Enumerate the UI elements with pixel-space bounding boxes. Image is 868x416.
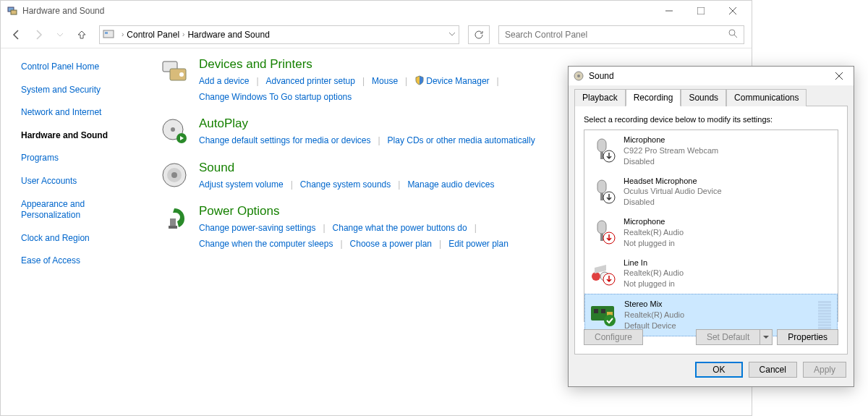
back-button[interactable] (8, 26, 25, 43)
nav-bar: › Control Panel › Hardware and Sound (1, 21, 752, 48)
device-status: Not plugged in (624, 279, 684, 289)
device-name: Stereo Mix (624, 299, 684, 310)
category-link[interactable]: Device Manager (426, 76, 489, 86)
breadcrumb-item-1[interactable]: Hardware and Sound (187, 30, 269, 40)
close-button[interactable] (717, 1, 749, 21)
sidebar-item-0[interactable]: System and Security (21, 85, 145, 96)
device-item-3[interactable]: Line InRealtek(R) AudioNot plugged in (584, 253, 838, 294)
set-default-button[interactable]: Set Default (696, 329, 760, 345)
svg-rect-7 (105, 32, 108, 34)
device-item-2[interactable]: MicrophoneRealtek(R) AudioNot plugged in (584, 212, 838, 253)
category-title[interactable]: Devices and Printers (199, 57, 590, 72)
tab-recording[interactable]: Recording (626, 89, 681, 106)
svg-point-34 (592, 272, 600, 281)
refresh-button[interactable] (468, 25, 490, 44)
category-title[interactable]: AutoPlay (199, 116, 535, 131)
cancel-button[interactable]: Cancel (749, 362, 797, 378)
device-icon (587, 216, 616, 245)
svg-rect-1 (11, 10, 17, 14)
category-link[interactable]: Manage audio devices (407, 179, 494, 190)
sound-dialog-close[interactable] (829, 67, 849, 85)
device-list[interactable]: MicrophoneC922 Pro Stream WebcamDisabled… (584, 130, 838, 322)
breadcrumb-item-0[interactable]: Control Panel (127, 30, 179, 40)
category-icon (160, 204, 189, 233)
category-link[interactable]: Change Windows To Go startup options (199, 92, 352, 102)
category-link[interactable]: Change system sounds (300, 179, 391, 190)
tab-communications[interactable]: Communications (726, 89, 807, 106)
recording-panel: Select a recording device below to modif… (574, 106, 848, 355)
set-default-dropdown[interactable] (760, 329, 773, 345)
svg-point-41 (604, 315, 616, 326)
device-name: Line In (624, 258, 684, 268)
apply-button[interactable]: Apply (803, 362, 846, 378)
svg-rect-25 (597, 139, 606, 152)
category-link[interactable]: Choose a power plan (350, 239, 432, 249)
category-link[interactable]: Change power-saving settings (199, 223, 315, 233)
category-link[interactable]: Change what the power buttons do (333, 223, 467, 233)
sidebar-item-7[interactable]: Ease of Access (21, 255, 145, 267)
category-link[interactable]: Mouse (372, 76, 398, 86)
window-title: Hardware and Sound (22, 6, 104, 16)
device-name: Microphone (624, 135, 718, 145)
set-default-split[interactable]: Set Default (696, 329, 773, 345)
up-button[interactable] (73, 26, 90, 43)
properties-button[interactable]: Properties (777, 329, 838, 345)
device-status: Not plugged in (624, 238, 684, 249)
category-link[interactable]: Change default settings for media or dev… (199, 135, 370, 145)
device-subtitle: Realtek(R) Audio (624, 310, 684, 321)
configure-button[interactable]: Configure (584, 329, 643, 345)
sidebar-item-4[interactable]: User Accounts (21, 176, 145, 187)
svg-point-12 (179, 72, 184, 77)
sidebar-item-1[interactable]: Network and Internet (21, 107, 145, 119)
sound-dialog-titlebar: Sound (569, 67, 854, 85)
sidebar-item-2[interactable]: Hardware and Sound (21, 130, 145, 142)
search-box[interactable] (498, 25, 744, 44)
sidebar-item-5[interactable]: Appearance and Personalization (21, 199, 145, 221)
category-link[interactable]: Advanced printer setup (266, 76, 355, 86)
device-item-1[interactable]: Headset MicrophoneOculus Virtual Audio D… (584, 171, 838, 213)
device-icon (588, 299, 617, 328)
device-icon (587, 258, 616, 286)
device-item-0[interactable]: MicrophoneC922 Pro Stream WebcamDisabled (584, 130, 838, 171)
device-subtitle: Realtek(R) Audio (624, 268, 684, 279)
svg-rect-39 (601, 309, 605, 313)
category-link[interactable]: Adjust system volume (199, 179, 284, 190)
category-link[interactable]: Change when the computer sleeps (199, 239, 333, 249)
recent-dropdown[interactable] (51, 26, 69, 43)
tab-sounds[interactable]: Sounds (681, 89, 726, 106)
sidebar: Control Panel Home System and SecurityNe… (1, 48, 145, 416)
svg-rect-19 (170, 218, 176, 226)
shield-icon (414, 75, 425, 85)
minimize-button[interactable] (653, 1, 685, 21)
svg-rect-3 (697, 7, 705, 14)
sound-dialog-icon (573, 70, 584, 82)
breadcrumb-dropdown-icon[interactable] (448, 30, 456, 40)
search-input[interactable] (505, 30, 728, 40)
forward-button[interactable] (30, 26, 47, 43)
device-subtitle: C922 Pro Stream Webcam (624, 145, 718, 156)
svg-rect-32 (600, 234, 603, 241)
sidebar-home[interactable]: Control Panel Home (21, 61, 145, 73)
sidebar-item-3[interactable]: Programs (21, 153, 145, 164)
svg-rect-20 (169, 226, 177, 229)
maximize-button[interactable] (685, 1, 717, 21)
ok-button[interactable]: OK (695, 362, 742, 378)
tab-playback[interactable]: Playback (574, 89, 626, 106)
device-name: Microphone (624, 216, 684, 227)
breadcrumb[interactable]: › Control Panel › Hardware and Sound (99, 25, 459, 44)
category-icon (160, 57, 189, 86)
device-icon (587, 135, 616, 164)
category-link[interactable]: Add a device (199, 76, 249, 86)
category-title[interactable]: Sound (199, 161, 494, 175)
device-subtitle: Oculus Virtual Audio Device (624, 186, 722, 197)
sound-dialog: Sound PlaybackRecordingSoundsCommunicati… (568, 66, 854, 387)
category-link[interactable]: Edit power plan (448, 239, 509, 249)
svg-rect-29 (600, 193, 603, 200)
sound-dialog-footer: OK Cancel Apply (569, 355, 854, 386)
svg-rect-31 (597, 221, 606, 234)
category-link[interactable]: Play CDs or other media automatically (388, 135, 535, 145)
panel-instruction: Select a recording device below to modif… (584, 115, 838, 124)
category-title[interactable]: Power Options (199, 204, 590, 218)
sidebar-item-6[interactable]: Clock and Region (21, 233, 145, 245)
device-name: Headset Microphone (624, 176, 722, 187)
